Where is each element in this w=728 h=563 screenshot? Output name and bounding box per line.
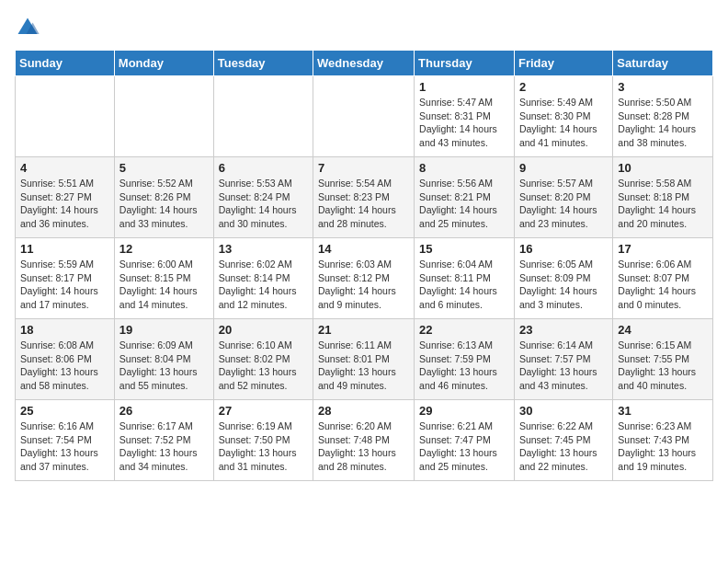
calendar-day-cell: 22Sunrise: 6:13 AMSunset: 7:59 PMDayligh… [415, 319, 515, 400]
day-info: Sunrise: 6:20 AMSunset: 7:48 PMDaylight:… [318, 419, 409, 474]
calendar-day-cell: 25Sunrise: 6:16 AMSunset: 7:54 PMDayligh… [16, 400, 115, 481]
logo-icon [15, 15, 40, 40]
day-info: Sunrise: 6:00 AMSunset: 8:15 PMDaylight:… [119, 258, 209, 312]
calendar-day-cell: 19Sunrise: 6:09 AMSunset: 8:04 PMDayligh… [114, 319, 213, 400]
weekday-header-row: SundayMondayTuesdayWednesdayThursdayFrid… [16, 51, 713, 76]
day-number: 27 [219, 404, 308, 418]
day-info: Sunrise: 5:49 AMSunset: 8:30 PMDaylight:… [519, 96, 608, 150]
day-info: Sunrise: 5:47 AMSunset: 8:31 PMDaylight:… [419, 96, 509, 150]
day-number: 19 [119, 323, 209, 337]
calendar-day-cell: 30Sunrise: 6:22 AMSunset: 7:45 PMDayligh… [514, 400, 612, 481]
weekday-header-thursday: Thursday [415, 51, 515, 76]
calendar-day-cell: 10Sunrise: 5:58 AMSunset: 8:18 PMDayligh… [613, 157, 713, 238]
day-info: Sunrise: 5:52 AMSunset: 8:26 PMDaylight:… [119, 177, 209, 231]
day-number: 30 [519, 404, 608, 418]
day-info: Sunrise: 5:53 AMSunset: 8:24 PMDaylight:… [219, 177, 308, 231]
day-info: Sunrise: 6:08 AMSunset: 8:06 PMDaylight:… [20, 339, 109, 393]
day-info: Sunrise: 6:21 AMSunset: 7:47 PMDaylight:… [419, 419, 509, 474]
day-number: 25 [20, 404, 109, 418]
day-info: Sunrise: 6:02 AMSunset: 8:14 PMDaylight:… [219, 258, 308, 312]
calendar-day-cell: 5Sunrise: 5:52 AMSunset: 8:26 PMDaylight… [114, 157, 213, 238]
day-number: 26 [119, 404, 209, 418]
day-number: 9 [519, 161, 608, 175]
day-info: Sunrise: 6:06 AMSunset: 8:07 PMDaylight:… [618, 258, 708, 312]
calendar-day-cell: 6Sunrise: 5:53 AMSunset: 8:24 PMDaylight… [213, 157, 313, 238]
day-info: Sunrise: 6:03 AMSunset: 8:12 PMDaylight:… [318, 258, 409, 312]
calendar-day-cell [213, 76, 313, 157]
calendar-day-cell: 20Sunrise: 6:10 AMSunset: 8:02 PMDayligh… [213, 319, 313, 400]
day-info: Sunrise: 6:05 AMSunset: 8:09 PMDaylight:… [519, 258, 608, 312]
day-number: 10 [618, 161, 708, 175]
day-number: 8 [419, 161, 509, 175]
day-number: 24 [618, 323, 708, 337]
calendar-day-cell: 13Sunrise: 6:02 AMSunset: 8:14 PMDayligh… [213, 238, 313, 319]
calendar-week-row: 1Sunrise: 5:47 AMSunset: 8:31 PMDaylight… [16, 76, 713, 157]
calendar-week-row: 25Sunrise: 6:16 AMSunset: 7:54 PMDayligh… [16, 400, 713, 481]
day-info: Sunrise: 6:10 AMSunset: 8:02 PMDaylight:… [219, 339, 308, 393]
day-number: 29 [419, 404, 509, 418]
weekday-header-sunday: Sunday [16, 51, 115, 76]
day-info: Sunrise: 6:23 AMSunset: 7:43 PMDaylight:… [618, 419, 708, 474]
day-number: 12 [119, 242, 209, 256]
day-number: 5 [119, 161, 209, 175]
weekday-header-monday: Monday [114, 51, 213, 76]
calendar-day-cell: 11Sunrise: 5:59 AMSunset: 8:17 PMDayligh… [16, 238, 115, 319]
calendar-day-cell [313, 76, 415, 157]
calendar-day-cell: 1Sunrise: 5:47 AMSunset: 8:31 PMDaylight… [415, 76, 515, 157]
day-info: Sunrise: 6:15 AMSunset: 7:55 PMDaylight:… [618, 339, 708, 393]
day-number: 4 [20, 161, 109, 175]
day-number: 15 [419, 242, 509, 256]
calendar-day-cell: 29Sunrise: 6:21 AMSunset: 7:47 PMDayligh… [415, 400, 515, 481]
calendar-day-cell: 8Sunrise: 5:56 AMSunset: 8:21 PMDaylight… [415, 157, 515, 238]
calendar-day-cell: 26Sunrise: 6:17 AMSunset: 7:52 PMDayligh… [114, 400, 213, 481]
calendar-day-cell: 18Sunrise: 6:08 AMSunset: 8:06 PMDayligh… [16, 319, 115, 400]
calendar-day-cell: 21Sunrise: 6:11 AMSunset: 8:01 PMDayligh… [313, 319, 415, 400]
calendar-day-cell: 28Sunrise: 6:20 AMSunset: 7:48 PMDayligh… [313, 400, 415, 481]
day-number: 28 [318, 404, 409, 418]
day-info: Sunrise: 6:14 AMSunset: 7:57 PMDaylight:… [519, 339, 608, 393]
calendar-day-cell: 14Sunrise: 6:03 AMSunset: 8:12 PMDayligh… [313, 238, 415, 319]
calendar-day-cell: 12Sunrise: 6:00 AMSunset: 8:15 PMDayligh… [114, 238, 213, 319]
day-info: Sunrise: 6:16 AMSunset: 7:54 PMDaylight:… [20, 419, 109, 474]
day-number: 31 [618, 404, 708, 418]
day-info: Sunrise: 6:11 AMSunset: 8:01 PMDaylight:… [318, 339, 409, 393]
calendar-day-cell: 3Sunrise: 5:50 AMSunset: 8:28 PMDaylight… [613, 76, 713, 157]
day-info: Sunrise: 6:04 AMSunset: 8:11 PMDaylight:… [419, 258, 509, 312]
calendar-day-cell: 31Sunrise: 6:23 AMSunset: 7:43 PMDayligh… [613, 400, 713, 481]
day-info: Sunrise: 6:13 AMSunset: 7:59 PMDaylight:… [419, 339, 509, 393]
header [15, 15, 713, 40]
day-number: 17 [618, 242, 708, 256]
calendar-day-cell: 24Sunrise: 6:15 AMSunset: 7:55 PMDayligh… [613, 319, 713, 400]
calendar-table: SundayMondayTuesdayWednesdayThursdayFrid… [15, 50, 713, 481]
day-number: 7 [318, 161, 409, 175]
day-number: 20 [219, 323, 308, 337]
calendar-day-cell: 16Sunrise: 6:05 AMSunset: 8:09 PMDayligh… [514, 238, 612, 319]
day-info: Sunrise: 5:56 AMSunset: 8:21 PMDaylight:… [419, 177, 509, 231]
day-number: 11 [20, 242, 109, 256]
day-number: 18 [20, 323, 109, 337]
day-info: Sunrise: 6:19 AMSunset: 7:50 PMDaylight:… [219, 419, 308, 474]
calendar-day-cell: 7Sunrise: 5:54 AMSunset: 8:23 PMDaylight… [313, 157, 415, 238]
day-info: Sunrise: 6:09 AMSunset: 8:04 PMDaylight:… [119, 339, 209, 393]
day-info: Sunrise: 5:51 AMSunset: 8:27 PMDaylight:… [20, 177, 109, 231]
day-number: 23 [519, 323, 608, 337]
calendar-day-cell: 4Sunrise: 5:51 AMSunset: 8:27 PMDaylight… [16, 157, 115, 238]
calendar-day-cell: 9Sunrise: 5:57 AMSunset: 8:20 PMDaylight… [514, 157, 612, 238]
calendar-week-row: 4Sunrise: 5:51 AMSunset: 8:27 PMDaylight… [16, 157, 713, 238]
calendar-day-cell: 23Sunrise: 6:14 AMSunset: 7:57 PMDayligh… [514, 319, 612, 400]
calendar-day-cell: 17Sunrise: 6:06 AMSunset: 8:07 PMDayligh… [613, 238, 713, 319]
day-number: 2 [519, 80, 608, 94]
day-number: 22 [419, 323, 509, 337]
weekday-header-tuesday: Tuesday [213, 51, 313, 76]
calendar-day-cell: 15Sunrise: 6:04 AMSunset: 8:11 PMDayligh… [415, 238, 515, 319]
day-number: 6 [219, 161, 308, 175]
weekday-header-saturday: Saturday [613, 51, 713, 76]
calendar-week-row: 18Sunrise: 6:08 AMSunset: 8:06 PMDayligh… [16, 319, 713, 400]
calendar-day-cell [114, 76, 213, 157]
calendar-day-cell: 2Sunrise: 5:49 AMSunset: 8:30 PMDaylight… [514, 76, 612, 157]
calendar-day-cell: 27Sunrise: 6:19 AMSunset: 7:50 PMDayligh… [213, 400, 313, 481]
day-number: 21 [318, 323, 409, 337]
day-number: 13 [219, 242, 308, 256]
day-number: 16 [519, 242, 608, 256]
day-info: Sunrise: 6:17 AMSunset: 7:52 PMDaylight:… [119, 419, 209, 474]
